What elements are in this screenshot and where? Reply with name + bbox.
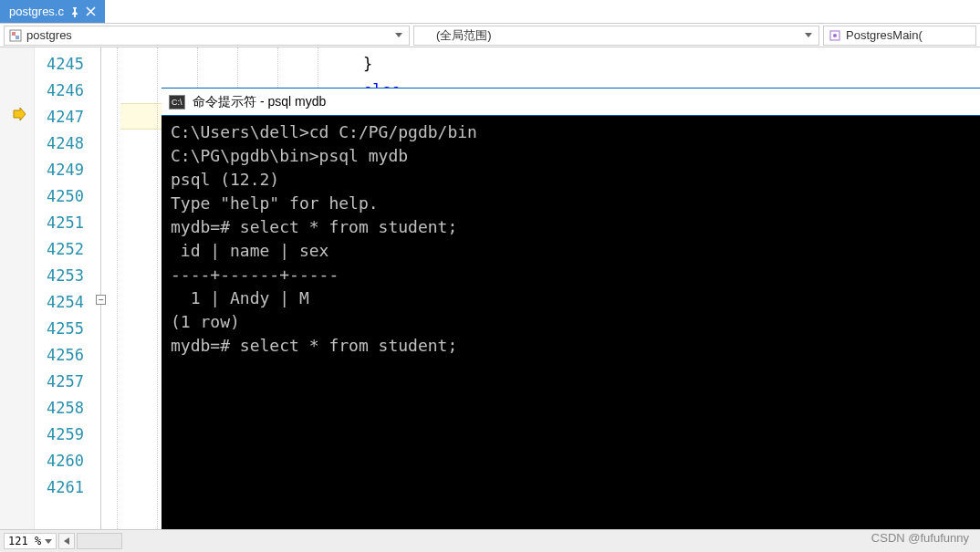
outline-guide bbox=[100, 47, 101, 529]
line-number: 4246 bbox=[35, 78, 84, 104]
line-number: 4251 bbox=[35, 210, 84, 236]
chevron-down-icon bbox=[392, 33, 405, 38]
breakpoint-gutter[interactable] bbox=[0, 47, 35, 529]
term-line: ----+------+----- bbox=[171, 263, 971, 286]
scope-dropdown-function[interactable]: PostgresMain( bbox=[823, 26, 976, 46]
zoom-value: 121 % bbox=[8, 535, 41, 547]
fold-toggle[interactable]: − bbox=[96, 295, 106, 305]
scope-dropdown-global[interactable]: (全局范围) bbox=[413, 26, 819, 46]
dropdown-label: PostgresMain( bbox=[846, 28, 972, 42]
svg-rect-1 bbox=[12, 32, 16, 36]
terminal-window: C:\ 命令提示符 - psql mydb C:\Users\dell>cd C… bbox=[162, 88, 980, 552]
chevron-down-icon bbox=[45, 535, 52, 547]
line-number: 4257 bbox=[35, 369, 84, 395]
status-bar: 121 % bbox=[0, 529, 980, 552]
term-line: (1 row) bbox=[171, 310, 971, 334]
watermark: CSDN @fufufunny bbox=[871, 531, 969, 545]
svg-rect-2 bbox=[16, 36, 19, 39]
tab-filename: postgres.c bbox=[9, 5, 64, 18]
line-number: 4249 bbox=[35, 157, 84, 183]
function-icon bbox=[828, 28, 842, 43]
line-number: 4255 bbox=[35, 316, 84, 342]
pin-icon[interactable] bbox=[69, 6, 80, 17]
line-number: 4252 bbox=[35, 236, 84, 263]
term-line: mydb=# select * from student; bbox=[171, 215, 971, 239]
term-line: C:\PG\pgdb\bin>psql mydb bbox=[171, 144, 971, 168]
line-number-gutter: 4245 4246 4247 4248 4249 4250 4251 4252 … bbox=[35, 47, 95, 529]
line-number: 4254 bbox=[35, 289, 84, 316]
line-number: 4250 bbox=[35, 183, 84, 210]
term-line: id | name | sex bbox=[171, 239, 971, 263]
line-number: 4258 bbox=[35, 395, 84, 422]
line-number: 4253 bbox=[35, 263, 84, 289]
tab-bar: postgres.c bbox=[0, 0, 980, 24]
line-number: 4245 bbox=[35, 51, 84, 78]
file-tab[interactable]: postgres.c bbox=[0, 0, 105, 23]
close-icon[interactable] bbox=[86, 6, 96, 16]
term-line: Type "help" for help. bbox=[171, 192, 971, 215]
terminal-title-text: 命令提示符 - psql mydb bbox=[193, 94, 326, 110]
line-number: 4256 bbox=[35, 342, 84, 369]
chevron-down-icon bbox=[802, 33, 815, 38]
line-number: 4259 bbox=[35, 422, 84, 448]
dropdown-label: (全局范围) bbox=[418, 27, 798, 44]
line-number: 4247 bbox=[35, 104, 84, 130]
term-line: 1 | Andy | M bbox=[171, 286, 971, 310]
terminal-title-bar[interactable]: C:\ 命令提示符 - psql mydb bbox=[162, 89, 980, 116]
line-number: 4260 bbox=[35, 448, 84, 474]
project-icon bbox=[8, 28, 23, 43]
indent-guide bbox=[157, 47, 158, 529]
horizontal-scrollbar[interactable] bbox=[77, 533, 122, 549]
line-number: 4261 bbox=[35, 474, 84, 501]
indent-guide bbox=[117, 47, 118, 529]
terminal-body[interactable]: C:\Users\dell>cd C:/PG/pgdb/binC:\PG\pgd… bbox=[162, 116, 980, 362]
term-line: C:\Users\dell>cd C:/PG/pgdb/bin bbox=[171, 120, 971, 144]
dropdown-label: postgres bbox=[26, 28, 389, 42]
zoom-selector[interactable]: 121 % bbox=[4, 533, 57, 549]
scroll-left-button[interactable] bbox=[58, 533, 75, 549]
term-line: psql (12.2) bbox=[171, 168, 971, 192]
line-number: 4248 bbox=[35, 130, 84, 157]
outline-gutter: − bbox=[95, 47, 113, 529]
svg-point-4 bbox=[833, 34, 837, 37]
code-line: } bbox=[120, 51, 980, 78]
term-line: mydb=# select * from student; bbox=[171, 334, 971, 358]
scope-dropdown-project[interactable]: postgres bbox=[4, 26, 410, 46]
execution-arrow-icon bbox=[13, 108, 26, 123]
cmd-icon: C:\ bbox=[169, 95, 185, 109]
navigation-bar: postgres (全局范围) PostgresMain( bbox=[0, 24, 980, 47]
